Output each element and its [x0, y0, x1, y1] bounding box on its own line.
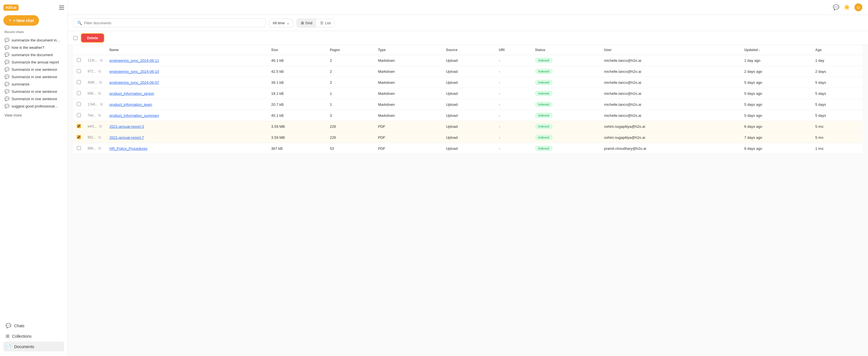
doc-name-link[interactable]: engineering_sync_2024-06-10 [110, 69, 159, 74]
table-row: 113c... ⧉ engineering_sync_2024-06-11 46… [73, 55, 862, 66]
row-checkbox-cell [73, 121, 84, 132]
row-checkbox-2[interactable] [77, 80, 81, 84]
search-box: 🔍 [73, 18, 266, 27]
row-name-cell: 2021-annual-report-7 [106, 132, 268, 143]
col-updated[interactable]: Updated ↓ [741, 45, 812, 55]
sidebar-item-chats[interactable]: 💬Chats [3, 321, 64, 331]
row-checkbox-cell [73, 55, 84, 66]
sidebar-item-collections[interactable]: ⊞Collections [3, 331, 64, 341]
row-name-cell: product_information_summary [106, 110, 268, 121]
doc-name-link[interactable]: 2021-annual-report-7 [110, 135, 144, 140]
row-checkbox-cell [73, 99, 84, 110]
chat-bubble-icon: 💬 [4, 97, 9, 101]
doc-name-link[interactable]: HR_Policy_Procedures [110, 146, 147, 151]
row-checkbox-cell [73, 66, 84, 77]
chat-item-6[interactable]: 💬Summarize in one sentence [3, 73, 64, 80]
settings-icon[interactable]: ☀️ [844, 4, 850, 10]
topbar-icons: 💬 ☀️ U [833, 3, 862, 11]
view-more-link[interactable]: View more [3, 112, 64, 118]
list-view-button[interactable]: ☰ List [316, 19, 335, 27]
chat-item-3[interactable]: 💬summarize the document [3, 51, 64, 59]
row-updated-cell: 5 days ago [741, 88, 812, 99]
copy-icon[interactable]: ⧉ [99, 80, 102, 84]
documents-table: Name Size Pages Type Source URI Status U… [73, 45, 862, 154]
table-row: 7ed... ⧉ product_information_summary 45.… [73, 110, 862, 121]
chat-item-label: summarize the document [11, 53, 53, 57]
doc-name-link[interactable]: product_information_jargon [110, 92, 154, 96]
row-checkbox-6[interactable] [77, 124, 81, 128]
doc-name-link[interactable]: product_information_team [110, 102, 152, 107]
delete-button[interactable]: Delete [81, 33, 104, 43]
row-user-cell: michelle.tanco@h2o.ai [601, 99, 741, 110]
message-icon[interactable]: 💬 [833, 4, 839, 10]
chat-item-10[interactable]: 💬suggest good professional... [3, 102, 64, 110]
sidebar-top: H2O.ai [3, 4, 64, 11]
copy-icon[interactable]: ⧉ [99, 124, 102, 128]
copy-icon[interactable]: ⧉ [98, 146, 101, 150]
chat-item-5[interactable]: 💬Summarize in one sentence [3, 66, 64, 73]
copy-icon[interactable]: ⧉ [98, 135, 101, 139]
copy-icon[interactable]: ⧉ [98, 91, 101, 95]
row-uri-cell: - [495, 143, 531, 154]
row-status-cell: Indexed [532, 143, 601, 154]
chat-item-2[interactable]: 💬how is the weather? [3, 44, 64, 51]
row-updated-cell: 8 days ago [741, 143, 812, 154]
user-avatar[interactable]: U [855, 3, 862, 11]
chat-item-4[interactable]: 💬Summarize the annual report [3, 59, 64, 66]
doc-name-link[interactable]: product_information_summary [110, 113, 159, 118]
nav-item-label: Documents [14, 345, 34, 349]
doc-name-link[interactable]: engineering_sync_2024-06-07 [110, 80, 159, 85]
search-icon: 🔍 [77, 21, 82, 25]
copy-icon[interactable]: ⧉ [100, 102, 102, 106]
new-chat-button[interactable]: + + New chat [3, 15, 39, 26]
table-row: 40df... ⧉ engineering_sync_2024-06-07 39… [73, 77, 862, 88]
chat-item-9[interactable]: 💬Summarize in one sentence [3, 95, 64, 102]
chat-item-7[interactable]: 💬summarize [3, 80, 64, 88]
row-size-cell: 3.59 MB [268, 121, 327, 132]
doc-name-link[interactable]: engineering_sync_2024-06-11 [110, 59, 159, 63]
row-checkbox-8[interactable] [77, 146, 81, 150]
copy-icon[interactable]: ⧉ [98, 69, 101, 73]
row-name-cell: HR_Policy_Procedures [106, 143, 268, 154]
chat-bubble-icon: 💬 [4, 82, 9, 86]
row-updated-cell: 7 days ago [741, 132, 812, 143]
row-checkbox-0[interactable] [77, 58, 81, 62]
chat-bubble-icon: 💬 [4, 104, 9, 108]
row-updated-cell: 6 days ago [741, 121, 812, 132]
copy-icon[interactable]: ⧉ [98, 113, 101, 117]
chat-item-1[interactable]: 💬summarize the document in... [3, 36, 64, 44]
row-checkbox-7[interactable] [77, 135, 81, 139]
doc-name-link[interactable]: 2021-annual-report-3 [110, 124, 144, 129]
main-content: 💬 ☀️ U 🔍 All time ⌄ ⊞ Grid ☰ List Del [68, 0, 868, 356]
row-uri-cell: - [495, 110, 531, 121]
chats-icon: 💬 [6, 323, 11, 328]
status-badge: Indexed [535, 113, 552, 118]
chevron-down-icon: ⌄ [286, 21, 290, 25]
row-size-cell: 18.1 kB [268, 88, 327, 99]
nav-item-label: Collections [12, 334, 31, 339]
time-filter[interactable]: All time ⌄ [269, 19, 293, 27]
row-checkbox-4[interactable] [77, 102, 81, 106]
copy-icon[interactable]: ⧉ [100, 58, 102, 62]
row-checkbox-3[interactable] [77, 91, 81, 95]
search-input[interactable] [84, 21, 262, 25]
row-size-cell: 46.1 kB [268, 55, 327, 66]
row-checkbox-5[interactable] [77, 113, 81, 117]
row-updated-cell: 1 day ago [741, 55, 812, 66]
row-id: 7ed... [88, 113, 96, 117]
hamburger-icon[interactable] [59, 6, 64, 10]
select-all-checkbox[interactable] [73, 36, 78, 40]
row-size-cell: 3.59 MB [268, 132, 327, 143]
status-badge: Indexed [535, 80, 552, 85]
recent-chats-label: Recent chats [4, 30, 64, 34]
sidebar-item-documents[interactable]: 📄Documents [3, 342, 64, 352]
row-checkbox-1[interactable] [77, 69, 81, 73]
row-uri-cell: - [495, 121, 531, 132]
row-status-cell: Indexed [532, 88, 601, 99]
table-area: Name Size Pages Type Source URI Status U… [68, 45, 868, 356]
row-source-cell: Upload [442, 143, 495, 154]
row-pages-cell: 1 [327, 88, 374, 99]
grid-view-button[interactable]: ⊞ Grid [297, 19, 316, 27]
row-pages-cell: 1 [327, 99, 374, 110]
chat-item-8[interactable]: 💬Summarize in one sentence [3, 88, 64, 95]
